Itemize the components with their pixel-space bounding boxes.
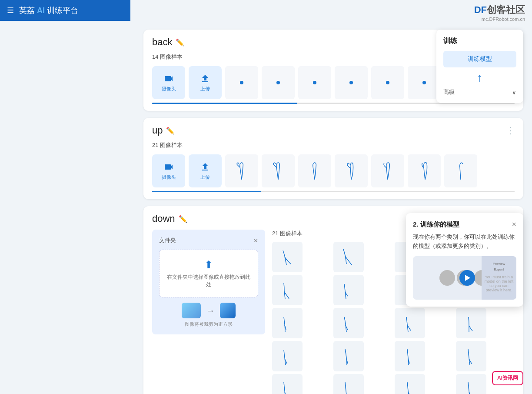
hand-down-sketch bbox=[274, 343, 300, 369]
sample-thumb bbox=[408, 66, 441, 99]
folder-drop-area[interactable]: ⬆ 在文件夹中选择图像或直接拖放到此处 bbox=[159, 250, 258, 297]
transform-source-icon bbox=[182, 303, 201, 318]
image-cell bbox=[456, 374, 486, 394]
sample-count-up: 21 图像样本 bbox=[152, 141, 515, 149]
hand-down-sketch bbox=[274, 277, 300, 303]
scroll-thumb-up bbox=[152, 191, 261, 192]
transform-target-icon bbox=[220, 303, 236, 318]
tooltip-close-button[interactable]: × bbox=[512, 220, 516, 229]
transform-arrow-icon: → bbox=[206, 306, 215, 316]
brand-logo: DF创客社区 bbox=[474, 3, 525, 17]
sample-thumb-up bbox=[444, 154, 477, 187]
advanced-row: 高级 ∨ bbox=[443, 88, 516, 96]
header: ☰ 英荔 AI 训练平台 bbox=[0, 0, 130, 21]
hand-sketch bbox=[265, 158, 291, 184]
sample-thumb bbox=[335, 66, 368, 99]
hand-down-sketch bbox=[397, 343, 423, 369]
chevron-down-icon[interactable]: ∨ bbox=[512, 89, 516, 96]
image-cell bbox=[272, 242, 303, 272]
sample-thumb bbox=[262, 66, 295, 99]
play-button[interactable] bbox=[459, 270, 475, 286]
image-cell bbox=[333, 275, 364, 305]
hand-down-sketch bbox=[397, 310, 423, 336]
folder-drop-text: 在文件夹中选择图像或直接拖放到此处 bbox=[165, 274, 253, 288]
image-cell bbox=[456, 308, 486, 338]
image-cell bbox=[272, 341, 303, 371]
class-name-area-down: down ✏️ bbox=[152, 213, 187, 224]
sample-thumb-up bbox=[298, 154, 331, 187]
class-name-up: up bbox=[152, 125, 163, 136]
image-cell bbox=[333, 242, 364, 272]
export-label: Export bbox=[494, 267, 504, 271]
folder-caption: 图像将被裁剪为正方形 bbox=[159, 321, 258, 327]
edit-icon-down[interactable]: ✏️ bbox=[179, 215, 187, 223]
tooltip-popup: 2. 训练你的模型 × 现在你有两个类别，你可以在此处训练你的模型（或添加更多的… bbox=[406, 213, 523, 307]
hand-down-sketch bbox=[458, 343, 484, 369]
hand-sketch bbox=[411, 158, 437, 184]
more-icon-up[interactable]: ⋮ bbox=[506, 125, 515, 136]
arrow-up-icon: ↑ bbox=[443, 71, 516, 85]
image-cell bbox=[333, 308, 364, 338]
hand-down-sketch bbox=[336, 343, 362, 369]
sample-thumb bbox=[298, 66, 331, 99]
image-cell bbox=[272, 308, 303, 338]
upload-icon-up bbox=[200, 162, 210, 172]
hand-sketch bbox=[375, 158, 401, 184]
samples-row-up: 摄像头 上传 bbox=[152, 154, 515, 187]
edit-icon-back[interactable]: ✏️ bbox=[176, 38, 184, 47]
image-cell bbox=[272, 374, 303, 394]
sample-thumb bbox=[371, 66, 404, 99]
hand-sketch bbox=[302, 158, 328, 184]
sample-thumb-up bbox=[335, 154, 368, 187]
preview-info: You must train a model on the left so yo… bbox=[482, 273, 516, 294]
training-panel: 训练 训练模型 ↑ 高级 ∨ bbox=[436, 30, 523, 103]
camera-btn-up[interactable]: 摄像头 bbox=[152, 154, 185, 187]
hand-down-sketch bbox=[274, 244, 300, 270]
advanced-label: 高级 bbox=[443, 88, 455, 96]
brand-url: mc.DFRobot.com.cn bbox=[474, 17, 525, 22]
class-header-up: up ✏️ ⋮ bbox=[152, 125, 515, 136]
image-cell bbox=[395, 374, 425, 394]
upload-btn-back[interactable]: 上传 bbox=[189, 66, 222, 99]
camera-icon bbox=[163, 73, 174, 84]
image-cell bbox=[395, 341, 425, 371]
hand-down-sketch bbox=[336, 244, 362, 270]
tooltip-preview-area: Preview Export You must train a model on… bbox=[413, 256, 516, 300]
folder-header: 文件夹 ✕ bbox=[159, 237, 258, 244]
class-name-area-up: up ✏️ bbox=[152, 125, 175, 136]
upload-btn-up[interactable]: 上传 bbox=[189, 154, 222, 187]
class-name-down: down bbox=[152, 213, 175, 224]
camera-icon-up bbox=[163, 162, 174, 172]
edit-icon-up[interactable]: ✏️ bbox=[166, 127, 175, 135]
face-placeholder bbox=[439, 270, 455, 286]
camera-btn-back[interactable]: 摄像头 bbox=[152, 66, 185, 99]
class-card-up: up ✏️ ⋮ 21 图像样本 摄像头 上传 bbox=[143, 118, 523, 199]
brand-area: DF创客社区 mc.DFRobot.com.cn bbox=[474, 3, 525, 22]
hand-down-sketch bbox=[274, 310, 300, 336]
training-panel-title: 训练 bbox=[443, 37, 516, 46]
folder-title: 文件夹 bbox=[159, 237, 176, 244]
tooltip-description: 现在你有两个类别，你可以在此处训练你的模型（或添加更多的类别）。 bbox=[413, 233, 516, 251]
sample-thumb-up bbox=[408, 154, 441, 187]
scroll-hint-up bbox=[152, 191, 515, 192]
sample-thumb-up bbox=[262, 154, 295, 187]
hand-down-sketch bbox=[458, 376, 484, 394]
sample-thumb-up bbox=[225, 154, 258, 187]
folder-close-icon[interactable]: ✕ bbox=[253, 237, 258, 244]
image-cell bbox=[333, 374, 364, 394]
menu-icon[interactable]: ☰ bbox=[7, 6, 14, 15]
hand-down-sketch bbox=[458, 310, 484, 336]
train-model-button[interactable]: 训练模型 bbox=[443, 51, 516, 67]
tooltip-header: 2. 训练你的模型 × bbox=[413, 220, 516, 229]
hand-down-sketch bbox=[336, 376, 362, 394]
folder-panel: 文件夹 ✕ ⬆ 在文件夹中选择图像或直接拖放到此处 → 图像将被裁剪为正方形 bbox=[152, 230, 265, 334]
folder-upload-icon: ⬆ bbox=[165, 259, 253, 271]
image-cell bbox=[272, 275, 303, 305]
image-cell bbox=[395, 308, 425, 338]
hand-sketch bbox=[338, 158, 364, 184]
hand-sketch bbox=[229, 158, 255, 184]
image-cell bbox=[456, 341, 486, 371]
folder-transform: → bbox=[159, 303, 258, 318]
class-name-back: back bbox=[152, 37, 172, 48]
preview-label: Preview bbox=[493, 262, 505, 266]
